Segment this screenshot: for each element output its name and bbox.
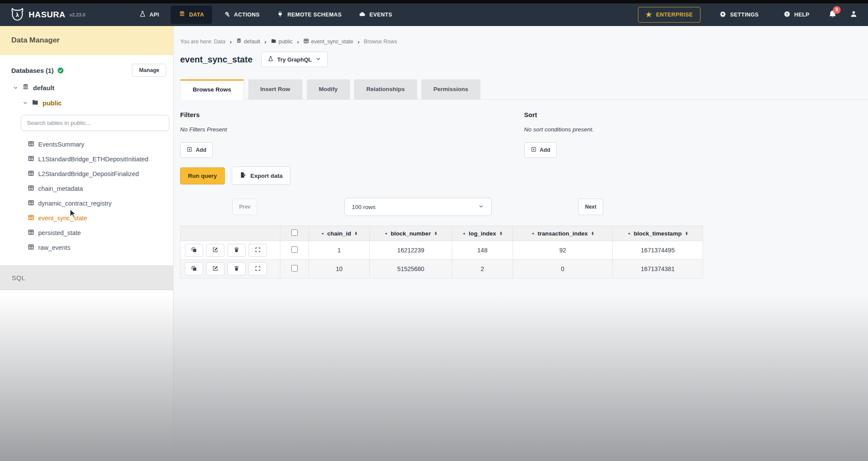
help-circle-icon: ? <box>784 11 790 19</box>
databases-row: Databases (1) Manage <box>0 55 173 80</box>
navbar-right: ★ ENTERPRISE SETTINGS ? HELP 8 <box>638 6 858 23</box>
sort-heading: Sort <box>524 111 868 118</box>
sort-icon[interactable]: ▴▾ <box>435 231 437 236</box>
tab-insert-row[interactable]: Insert Row <box>248 79 302 99</box>
clone-row-button[interactable] <box>185 244 203 257</box>
row-checkbox[interactable] <box>291 246 298 253</box>
sort-icon[interactable]: ▴▾ <box>686 231 688 236</box>
help-button[interactable]: ? HELP <box>778 6 815 23</box>
table-row: 10 51525680 2 0 1671374381 <box>181 260 703 278</box>
freeze-column-icon[interactable]: ◂ <box>322 231 324 235</box>
row-select-cell <box>280 241 309 260</box>
settings-label: SETTINGS <box>730 12 759 18</box>
search-tables-input[interactable] <box>21 115 169 131</box>
sidebar-section-sql[interactable]: SQL <box>0 265 173 290</box>
table-list-item[interactable]: raw_events <box>28 240 173 255</box>
run-query-button[interactable]: Run query <box>180 167 225 184</box>
nav-item-actions[interactable]: ACTIONS <box>217 6 266 23</box>
delete-row-button[interactable] <box>227 244 246 257</box>
hasura-console: λ HASURA v2.23.0 API DATA ACTIONS REMOTE… <box>0 0 868 461</box>
clone-row-button[interactable] <box>185 262 203 275</box>
enterprise-label: ENTERPRISE <box>656 12 693 18</box>
column-header-block-number[interactable]: ◂block_number▴▾ <box>370 226 452 241</box>
enterprise-button[interactable]: ★ ENTERPRISE <box>638 7 701 23</box>
edit-row-button[interactable] <box>206 262 224 275</box>
chevron-down-icon[interactable] <box>13 84 18 92</box>
tab-browse-rows[interactable]: Browse Rows <box>180 79 244 100</box>
nav-label: DATA <box>189 12 204 18</box>
expand-row-button[interactable] <box>249 244 267 257</box>
add-sort-button[interactable]: Add <box>524 142 557 158</box>
user-menu-button[interactable] <box>850 10 858 20</box>
prev-page-button[interactable]: Prev <box>232 199 257 215</box>
chevron-down-icon[interactable] <box>23 99 28 107</box>
try-graphql-button[interactable]: Try GraphQL <box>261 52 328 67</box>
breadcrumb-prefix[interactable]: You are here: Data <box>180 39 225 45</box>
row-select-cell <box>280 260 309 278</box>
hasura-logo-icon[interactable]: λ <box>10 8 24 22</box>
expand-icon <box>255 265 261 273</box>
nav-item-api[interactable]: API <box>133 6 165 23</box>
sort-icon[interactable]: ▴▾ <box>500 231 502 236</box>
tab-permissions[interactable]: Permissions <box>421 79 480 99</box>
freeze-column-icon[interactable]: ◂ <box>463 231 465 235</box>
column-header-log-index[interactable]: ◂log_index▴▾ <box>452 226 513 241</box>
primary-nav: API DATA ACTIONS REMOTE SCHEMAS EVENTS <box>133 6 398 24</box>
edit-row-button[interactable] <box>206 244 224 257</box>
manage-button[interactable]: Manage <box>132 64 166 77</box>
add-filter-button[interactable]: Add <box>180 142 213 158</box>
export-icon <box>240 172 246 180</box>
flask-icon <box>268 56 273 63</box>
column-header-block-timestamp[interactable]: ◂block_timestamp▴▾ <box>613 226 703 241</box>
sort-icon[interactable]: ▴▾ <box>355 231 357 236</box>
expand-row-button[interactable] <box>249 262 267 275</box>
tab-relationships[interactable]: Relationships <box>354 79 417 99</box>
letterbox-strip <box>0 0 868 3</box>
table-grid-icon <box>28 155 34 163</box>
table-name: raw_events <box>38 244 70 251</box>
clone-icon <box>191 265 197 273</box>
table-list-item[interactable]: EventsSummary <box>28 137 173 152</box>
delete-row-button[interactable] <box>227 262 246 275</box>
settings-button[interactable]: SETTINGS <box>713 6 765 23</box>
breadcrumb-table[interactable]: event_sync_state <box>303 38 353 45</box>
tree-item-schema-public[interactable]: public <box>0 95 173 111</box>
clone-icon <box>191 247 197 254</box>
column-name: transaction_index <box>538 230 588 237</box>
export-data-button[interactable]: Export data <box>232 167 290 185</box>
column-header-chain-id[interactable]: ◂chain_id▴▾ <box>309 226 370 241</box>
sort-icon[interactable]: ▴▾ <box>592 231 594 236</box>
table-list-item[interactable]: dynamic_contract_registry <box>28 196 173 211</box>
row-checkbox[interactable] <box>291 265 298 271</box>
nav-item-data[interactable]: DATA <box>171 6 212 24</box>
column-name: log_index <box>469 230 496 237</box>
tab-modify[interactable]: Modify <box>307 79 350 99</box>
breadcrumb-database[interactable]: default <box>236 38 260 45</box>
column-header-transaction-index[interactable]: ◂transaction_index▴▾ <box>513 226 613 241</box>
nav-item-events[interactable]: EVENTS <box>353 6 398 23</box>
breadcrumb-schema[interactable]: public <box>271 38 293 45</box>
freeze-column-icon[interactable]: ◂ <box>628 231 630 235</box>
next-page-button[interactable]: Next <box>578 199 603 215</box>
table-list-item[interactable]: L2StandardBridge_DepositFinalized <box>28 167 173 181</box>
cloud-icon <box>359 11 365 19</box>
nav-item-remote-schemas[interactable]: REMOTE SCHEMAS <box>271 6 348 23</box>
pagination-row: Prev 100 rows Next <box>180 198 603 216</box>
select-all-checkbox[interactable] <box>291 229 298 236</box>
table-grid-icon <box>28 141 34 148</box>
edit-icon <box>212 247 218 254</box>
table-list-item[interactable]: L1StandardBridge_ETHDepositInitiated <box>28 152 173 167</box>
tree-item-database-default[interactable]: default <box>0 80 173 95</box>
freeze-column-icon[interactable]: ◂ <box>385 231 387 235</box>
cell-transaction-index: 0 <box>513 260 613 278</box>
freeze-column-icon[interactable]: ◂ <box>532 231 534 235</box>
table-list-item[interactable]: chain_metadata <box>28 181 173 196</box>
notifications-button[interactable]: 8 <box>829 10 837 20</box>
table-list-item-selected[interactable]: event_sync_state <box>28 211 173 226</box>
database-icon <box>236 38 242 45</box>
table-list-item[interactable]: persisted_state <box>28 226 173 240</box>
app-body: Data Manager Databases (1) Manage defaul… <box>0 26 868 461</box>
cell-chain-id: 10 <box>309 260 370 278</box>
rows-per-page-select[interactable]: 100 rows <box>344 198 492 216</box>
select-all-header-cell <box>280 226 309 241</box>
